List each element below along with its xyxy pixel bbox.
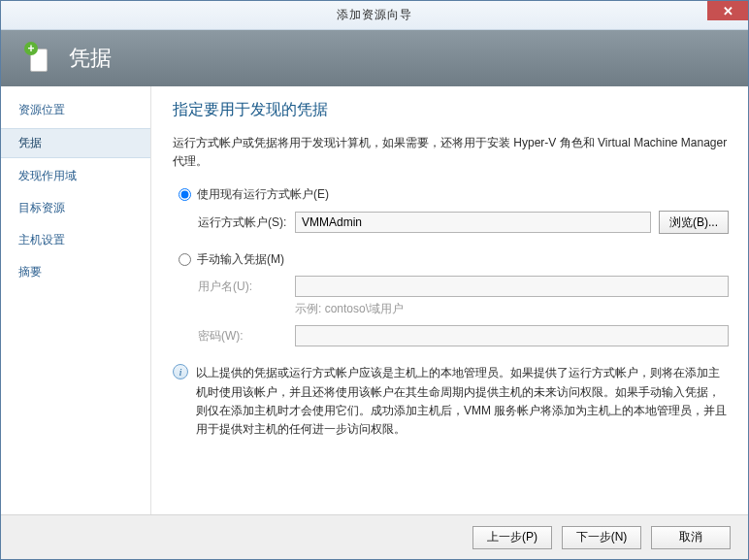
content-pane: 指定要用于发现的凭据 运行方式帐户或凭据将用于发现计算机，如果需要，还将用于安装… [151,86,748,514]
wizard-footer: 上一步(P) 下一步(N) 取消 [1,514,748,559]
wizard-steps-sidebar: 资源位置 凭据 发现作用域 目标资源 主机设置 摘要 [1,86,151,514]
close-button[interactable]: ✕ [707,1,748,20]
sidebar-item-target-resource[interactable]: 目标资源 [1,194,150,222]
sidebar-item-resource-location[interactable]: 资源位置 [1,96,150,124]
sidebar-item-discovery-scope[interactable]: 发现作用域 [1,162,150,190]
titlebar: 添加资源向导 ✕ [1,1,748,30]
username-input[interactable] [295,276,729,297]
content-description: 运行方式帐户或凭据将用于发现计算机，如果需要，还将用于安装 Hyper-V 角色… [173,134,729,171]
runas-account-input[interactable] [295,212,651,233]
page-title: 凭据 [69,44,112,73]
info-note: i 以上提供的凭据或运行方式帐户应该是主机上的本地管理员。如果提供了运行方式帐户… [173,364,729,439]
previous-button[interactable]: 上一步(P) [472,526,552,549]
info-icon: i [173,364,188,379]
wizard-header: + 凭据 [1,30,748,86]
window-title: 添加资源向导 [337,7,412,23]
content-heading: 指定要用于发现的凭据 [173,100,729,120]
username-example: 示例: contoso\域用户 [295,301,729,317]
sidebar-item-host-settings[interactable]: 主机设置 [1,226,150,254]
option-manual[interactable]: 手动输入凭据(M) [179,251,729,268]
next-button[interactable]: 下一步(N) [562,526,641,549]
sidebar-item-summary[interactable]: 摘要 [1,258,150,286]
cancel-button[interactable]: 取消 [651,526,731,549]
option-use-runas-label: 使用现有运行方式帐户(E) [197,186,329,203]
username-label: 用户名(U): [198,279,295,295]
password-input[interactable] [295,325,729,346]
sidebar-item-credentials[interactable]: 凭据 [1,128,150,158]
radio-use-runas[interactable] [179,188,191,201]
browse-button[interactable]: 浏览(B)... [659,211,729,234]
option-use-runas[interactable]: 使用现有运行方式帐户(E) [179,186,729,203]
password-label: 密码(W): [198,328,295,345]
credentials-icon: + [28,43,53,74]
runas-account-label: 运行方式帐户(S): [198,214,295,231]
option-manual-label: 手动输入凭据(M) [197,251,284,268]
radio-manual[interactable] [179,253,191,266]
info-text: 以上提供的凭据或运行方式帐户应该是主机上的本地管理员。如果提供了运行方式帐户，则… [196,364,729,439]
close-icon: ✕ [723,4,733,18]
